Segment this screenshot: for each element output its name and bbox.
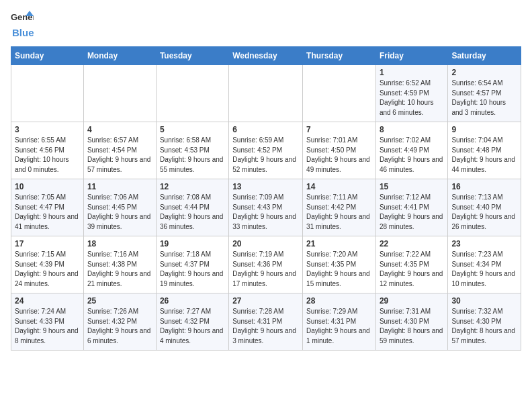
calendar-cell: 17Sunrise: 7:15 AM Sunset: 4:39 PM Dayli… [11, 236, 84, 293]
day-number: 28 [306, 296, 372, 306]
col-sunday: Sunday [11, 47, 84, 65]
calendar-cell: 4Sunrise: 6:57 AM Sunset: 4:54 PM Daylig… [83, 122, 156, 179]
calendar-week-2: 10Sunrise: 7:05 AM Sunset: 4:47 PM Dayli… [11, 179, 521, 236]
page-container: General Blue Sunday Monday Tuesday Wedne… [0, 0, 532, 357]
col-friday: Friday [375, 47, 447, 65]
header: General Blue [11, 11, 521, 38]
calendar-week-3: 17Sunrise: 7:15 AM Sunset: 4:39 PM Dayli… [11, 236, 521, 293]
day-info: Sunrise: 7:29 AM Sunset: 4:31 PM Dayligh… [306, 308, 370, 345]
day-number: 16 [451, 182, 517, 191]
col-saturday: Saturday [448, 47, 521, 65]
calendar-cell: 29Sunrise: 7:31 AM Sunset: 4:30 PM Dayli… [375, 293, 447, 351]
calendar-cell: 1Sunrise: 6:52 AM Sunset: 4:59 PM Daylig… [375, 65, 447, 122]
calendar-cell: 10Sunrise: 7:05 AM Sunset: 4:47 PM Dayli… [11, 179, 84, 236]
day-info: Sunrise: 7:24 AM Sunset: 4:33 PM Dayligh… [15, 308, 79, 345]
day-info: Sunrise: 7:08 AM Sunset: 4:44 PM Dayligh… [160, 193, 224, 230]
day-info: Sunrise: 7:20 AM Sunset: 4:35 PM Dayligh… [306, 250, 370, 287]
calendar-cell: 7Sunrise: 7:01 AM Sunset: 4:50 PM Daylig… [303, 122, 376, 179]
col-tuesday: Tuesday [156, 47, 228, 65]
day-number: 9 [451, 125, 517, 134]
day-number: 5 [160, 125, 225, 134]
day-info: Sunrise: 6:54 AM Sunset: 4:57 PM Dayligh… [451, 79, 506, 116]
day-info: Sunrise: 6:52 AM Sunset: 4:59 PM Dayligh… [380, 79, 434, 116]
day-info: Sunrise: 7:28 AM Sunset: 4:31 PM Dayligh… [232, 308, 296, 345]
day-number: 21 [306, 239, 372, 248]
calendar-week-1: 3Sunrise: 6:55 AM Sunset: 4:56 PM Daylig… [11, 122, 521, 179]
calendar-body: 1Sunrise: 6:52 AM Sunset: 4:59 PM Daylig… [11, 65, 521, 351]
day-info: Sunrise: 6:59 AM Sunset: 4:52 PM Dayligh… [232, 136, 296, 173]
day-number: 8 [380, 125, 444, 134]
col-monday: Monday [83, 47, 156, 65]
day-info: Sunrise: 7:15 AM Sunset: 4:39 PM Dayligh… [15, 250, 79, 287]
day-number: 30 [451, 296, 517, 306]
day-info: Sunrise: 6:58 AM Sunset: 4:53 PM Dayligh… [160, 136, 224, 173]
calendar-cell: 19Sunrise: 7:18 AM Sunset: 4:37 PM Dayli… [156, 236, 228, 293]
calendar-cell: 21Sunrise: 7:20 AM Sunset: 4:35 PM Dayli… [303, 236, 376, 293]
calendar-cell [229, 65, 303, 122]
day-number: 12 [160, 182, 225, 191]
day-number: 7 [306, 125, 372, 134]
day-number: 11 [87, 182, 152, 191]
day-info: Sunrise: 7:16 AM Sunset: 4:38 PM Dayligh… [87, 250, 151, 287]
calendar-cell: 2Sunrise: 6:54 AM Sunset: 4:57 PM Daylig… [448, 65, 521, 122]
day-info: Sunrise: 7:12 AM Sunset: 4:41 PM Dayligh… [380, 193, 443, 230]
day-info: Sunrise: 7:23 AM Sunset: 4:34 PM Dayligh… [451, 250, 515, 287]
calendar-cell: 11Sunrise: 7:06 AM Sunset: 4:45 PM Dayli… [83, 179, 156, 236]
col-wednesday: Wednesday [229, 47, 303, 65]
day-info: Sunrise: 7:13 AM Sunset: 4:40 PM Dayligh… [451, 193, 515, 230]
calendar-cell: 8Sunrise: 7:02 AM Sunset: 4:49 PM Daylig… [375, 122, 447, 179]
calendar-cell: 18Sunrise: 7:16 AM Sunset: 4:38 PM Dayli… [83, 236, 156, 293]
calendar-cell: 23Sunrise: 7:23 AM Sunset: 4:34 PM Dayli… [448, 236, 521, 293]
calendar-cell: 6Sunrise: 6:59 AM Sunset: 4:52 PM Daylig… [229, 122, 303, 179]
calendar-cell: 13Sunrise: 7:09 AM Sunset: 4:43 PM Dayli… [229, 179, 303, 236]
day-number: 3 [15, 125, 80, 134]
day-number: 2 [451, 68, 517, 77]
day-number: 17 [15, 239, 80, 248]
calendar-cell [156, 65, 228, 122]
day-info: Sunrise: 7:06 AM Sunset: 4:45 PM Dayligh… [87, 193, 151, 230]
day-number: 13 [232, 182, 299, 191]
calendar-cell: 14Sunrise: 7:11 AM Sunset: 4:42 PM Dayli… [303, 179, 376, 236]
day-info: Sunrise: 7:01 AM Sunset: 4:50 PM Dayligh… [306, 136, 370, 173]
calendar-cell: 24Sunrise: 7:24 AM Sunset: 4:33 PM Dayli… [11, 293, 84, 351]
calendar-cell: 26Sunrise: 7:27 AM Sunset: 4:32 PM Dayli… [156, 293, 228, 351]
calendar-cell: 27Sunrise: 7:28 AM Sunset: 4:31 PM Dayli… [229, 293, 303, 351]
day-info: Sunrise: 7:02 AM Sunset: 4:49 PM Dayligh… [380, 136, 443, 173]
day-number: 10 [15, 182, 80, 191]
day-info: Sunrise: 7:27 AM Sunset: 4:32 PM Dayligh… [160, 308, 224, 345]
day-number: 6 [232, 125, 299, 134]
day-number: 15 [380, 182, 444, 191]
day-number: 4 [87, 125, 152, 134]
col-thursday: Thursday [303, 47, 376, 65]
calendar-cell: 28Sunrise: 7:29 AM Sunset: 4:31 PM Dayli… [303, 293, 376, 351]
day-info: Sunrise: 6:57 AM Sunset: 4:54 PM Dayligh… [87, 136, 151, 173]
day-number: 1 [380, 68, 444, 77]
day-number: 27 [232, 296, 299, 306]
calendar-cell: 22Sunrise: 7:22 AM Sunset: 4:35 PM Dayli… [375, 236, 447, 293]
calendar-week-0: 1Sunrise: 6:52 AM Sunset: 4:59 PM Daylig… [11, 65, 521, 122]
day-info: Sunrise: 7:26 AM Sunset: 4:32 PM Dayligh… [87, 308, 151, 345]
day-number: 24 [15, 296, 80, 306]
day-info: Sunrise: 7:11 AM Sunset: 4:42 PM Dayligh… [306, 193, 370, 230]
calendar-cell [83, 65, 156, 122]
calendar-week-4: 24Sunrise: 7:24 AM Sunset: 4:33 PM Dayli… [11, 293, 521, 351]
day-number: 14 [306, 182, 372, 191]
day-number: 22 [380, 239, 444, 248]
calendar-table: Sunday Monday Tuesday Wednesday Thursday… [11, 46, 521, 351]
day-number: 20 [232, 239, 299, 248]
day-number: 23 [451, 239, 517, 248]
day-info: Sunrise: 7:32 AM Sunset: 4:30 PM Dayligh… [451, 308, 515, 345]
calendar-cell [303, 65, 376, 122]
calendar-cell: 25Sunrise: 7:26 AM Sunset: 4:32 PM Dayli… [83, 293, 156, 351]
calendar-cell: 5Sunrise: 6:58 AM Sunset: 4:53 PM Daylig… [156, 122, 228, 179]
day-info: Sunrise: 7:04 AM Sunset: 4:48 PM Dayligh… [451, 136, 515, 173]
calendar-cell: 9Sunrise: 7:04 AM Sunset: 4:48 PM Daylig… [448, 122, 521, 179]
logo: General Blue [11, 11, 34, 38]
day-number: 19 [160, 239, 225, 248]
day-info: Sunrise: 7:31 AM Sunset: 4:30 PM Dayligh… [380, 308, 443, 345]
day-info: Sunrise: 7:09 AM Sunset: 4:43 PM Dayligh… [232, 193, 296, 230]
day-info: Sunrise: 6:55 AM Sunset: 4:56 PM Dayligh… [15, 136, 69, 173]
calendar-cell: 12Sunrise: 7:08 AM Sunset: 4:44 PM Dayli… [156, 179, 228, 236]
calendar-cell: 20Sunrise: 7:19 AM Sunset: 4:36 PM Dayli… [229, 236, 303, 293]
calendar-cell: 30Sunrise: 7:32 AM Sunset: 4:30 PM Dayli… [448, 293, 521, 351]
